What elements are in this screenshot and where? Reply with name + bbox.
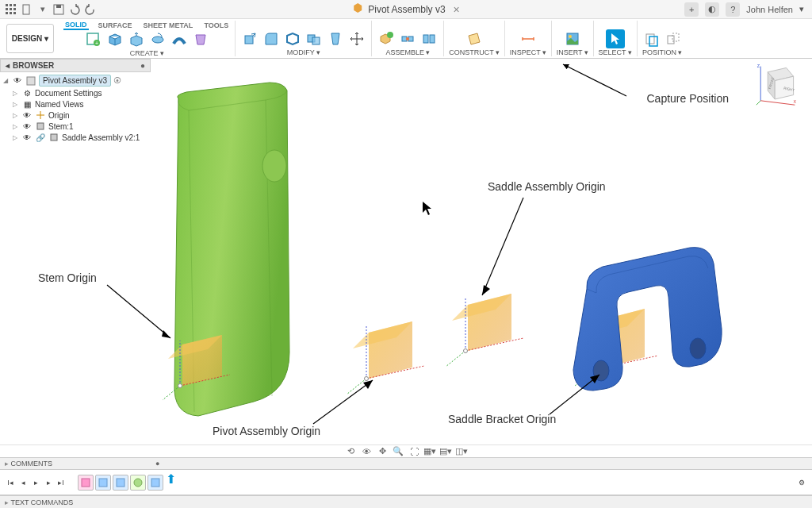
- tab-solid[interactable]: SOLID: [63, 21, 89, 30]
- origin-saddle-asm: [446, 294, 523, 367]
- browser-header[interactable]: ◂ BROWSER ●: [0, 59, 151, 72]
- pan-icon[interactable]: ✥: [377, 446, 388, 457]
- expand-icon[interactable]: ▷: [13, 90, 19, 97]
- undo-icon[interactable]: [68, 3, 81, 16]
- revert-position-icon[interactable]: [664, 29, 683, 48]
- select-icon[interactable]: [606, 29, 625, 48]
- draft-icon[interactable]: [326, 29, 345, 48]
- component-icon: [48, 133, 59, 142]
- viewport[interactable]: ◂ BROWSER ● ◢ 👁 Pivot Assembly v3 ⦿ ▷ ⚙ …: [0, 59, 812, 444]
- tree-root[interactable]: ◢ 👁 Pivot Assembly v3 ⦿: [0, 74, 151, 87]
- close-tab-icon[interactable]: ×: [454, 3, 460, 16]
- select-label[interactable]: SELECT: [599, 48, 626, 56]
- pin-icon[interactable]: ●: [140, 61, 145, 70]
- combine-icon[interactable]: [304, 29, 324, 48]
- tab-tools[interactable]: TOOLS: [202, 21, 230, 29]
- user-name[interactable]: John Helfen: [746, 5, 793, 14]
- comments-bar[interactable]: ▸ COMMENTS ●: [0, 457, 812, 470]
- text-commands-bar[interactable]: ▸ TEXT COMMANDS: [0, 495, 812, 508]
- timeline-play-icon[interactable]: ▸: [30, 477, 41, 488]
- visibility-icon[interactable]: 👁: [21, 110, 33, 120]
- assemble-label[interactable]: ASSEMBLE: [385, 48, 424, 56]
- new-sketch-icon[interactable]: +: [84, 30, 103, 49]
- file-icon[interactable]: [21, 3, 33, 16]
- insert-label[interactable]: INSERT: [557, 48, 583, 56]
- timeline-feature[interactable]: [147, 475, 163, 491]
- as-built-joint-icon[interactable]: [419, 29, 439, 48]
- tree-item[interactable]: ▷ 👁 Stem:1: [0, 121, 151, 132]
- workspace-switcher[interactable]: DESIGN▾: [6, 24, 54, 53]
- svg-rect-18: [312, 37, 320, 44]
- loft-icon[interactable]: [191, 30, 210, 49]
- joint-icon[interactable]: [398, 29, 417, 48]
- display-icon[interactable]: ▦▾: [424, 446, 435, 457]
- visibility-icon[interactable]: 👁: [12, 76, 23, 86]
- new-tab-button[interactable]: +: [684, 2, 699, 17]
- dropdown-icon[interactable]: ▾: [36, 3, 49, 16]
- box-icon[interactable]: [105, 30, 124, 49]
- extensions-icon[interactable]: ◐: [705, 2, 719, 17]
- help-icon[interactable]: ?: [726, 2, 740, 17]
- expand-icon[interactable]: ▷: [13, 101, 19, 108]
- tree-item[interactable]: ▷ 👁 Origin: [0, 110, 151, 121]
- orbit-icon[interactable]: ⟲: [345, 446, 356, 457]
- views-icon: ▦: [21, 99, 33, 109]
- svg-rect-27: [646, 34, 654, 44]
- inspect-label[interactable]: INSPECT: [510, 48, 541, 56]
- svg-point-22: [406, 37, 409, 40]
- apps-icon[interactable]: [5, 3, 17, 16]
- revolve-icon[interactable]: [148, 30, 167, 49]
- timeline-back-icon[interactable]: ◂: [17, 477, 29, 488]
- look-icon[interactable]: 👁: [361, 446, 372, 457]
- modify-label[interactable]: MODIFY: [287, 48, 315, 56]
- capture-position-icon[interactable]: [642, 29, 661, 48]
- measure-icon[interactable]: [519, 29, 538, 48]
- shell-icon[interactable]: [283, 29, 302, 48]
- timeline-fwd-icon[interactable]: ▸: [43, 477, 54, 488]
- timeline-feature[interactable]: [95, 475, 111, 491]
- move-icon[interactable]: [347, 29, 366, 48]
- timeline-marker-icon[interactable]: ⬆: [165, 474, 176, 485]
- fit-icon[interactable]: ⛶: [408, 446, 419, 457]
- user-dropdown-icon[interactable]: ▾: [799, 4, 804, 14]
- viewport-icon[interactable]: ◫▾: [456, 446, 467, 457]
- expand-icon[interactable]: ▷: [13, 112, 19, 119]
- grid-icon[interactable]: ▤▾: [440, 446, 451, 457]
- tree-item[interactable]: ▷ ▦ Named Views: [0, 98, 151, 110]
- timeline-feature[interactable]: [113, 475, 128, 491]
- timeline-start-icon[interactable]: I◂: [5, 477, 16, 488]
- link-icon: 🔗: [35, 133, 46, 142]
- visibility-icon[interactable]: 👁: [21, 133, 33, 142]
- zoom-icon[interactable]: 🔍: [393, 446, 404, 457]
- visibility-icon[interactable]: 👁: [21, 121, 33, 131]
- position-label[interactable]: POSITION: [642, 48, 676, 56]
- tree-item[interactable]: ▷ ⚙ Document Settings: [0, 87, 151, 98]
- timeline-end-icon[interactable]: ▸I: [56, 477, 67, 488]
- settings-icon[interactable]: ⚙: [796, 477, 807, 488]
- pin-icon[interactable]: ●: [155, 460, 159, 468]
- view-cube[interactable]: FRONT RIGHT Z X: [755, 64, 798, 106]
- sweep-icon[interactable]: [170, 30, 189, 49]
- insert-icon[interactable]: [563, 29, 582, 48]
- expand-icon[interactable]: ◢: [3, 77, 10, 84]
- timeline-feature[interactable]: [130, 475, 146, 491]
- save-icon[interactable]: [52, 3, 65, 16]
- tree-item[interactable]: ▷ 👁 🔗 Saddle Assembly v2:1: [0, 132, 151, 143]
- fillet-icon[interactable]: [262, 29, 281, 48]
- expand-icon[interactable]: ▷: [13, 134, 19, 141]
- plane-icon[interactable]: [465, 29, 484, 48]
- timeline-feature[interactable]: [78, 475, 94, 491]
- svg-point-37: [464, 349, 468, 353]
- browser-collapse-icon[interactable]: ◂: [6, 61, 10, 70]
- extrude-icon[interactable]: [127, 30, 146, 49]
- press-pull-icon[interactable]: [240, 29, 259, 48]
- create-label[interactable]: CREATE: [130, 49, 159, 57]
- construct-label[interactable]: CONSTRUCT: [449, 48, 494, 56]
- redo-icon[interactable]: [84, 3, 97, 16]
- svg-rect-30: [672, 33, 679, 41]
- ribbon-toolbar: DESIGN▾ SOLID SURFACE SHEET METAL TOOLS …: [0, 19, 812, 59]
- expand-icon[interactable]: ▷: [13, 123, 19, 130]
- new-component-icon[interactable]: [377, 29, 396, 48]
- tab-surface[interactable]: SURFACE: [97, 21, 134, 29]
- tab-sheet-metal[interactable]: SHEET METAL: [142, 21, 195, 29]
